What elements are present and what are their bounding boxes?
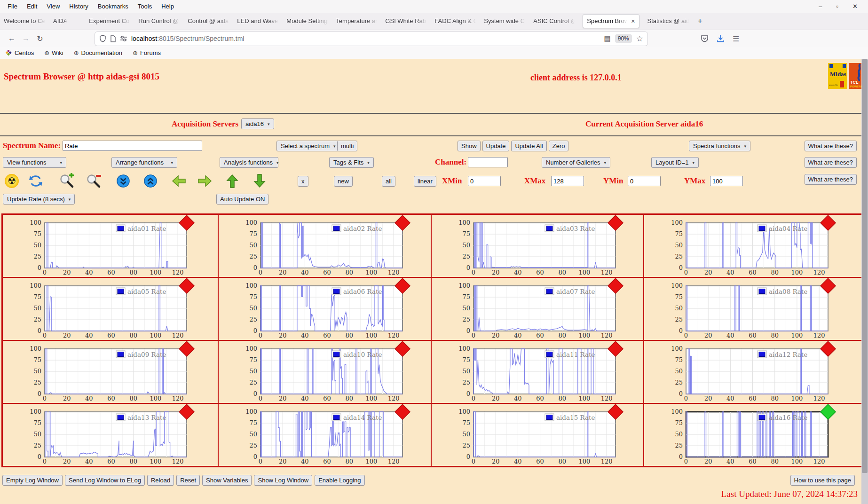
show-log-window-button[interactable]: Show Log Window: [254, 475, 312, 486]
close-icon[interactable]: ✕: [852, 3, 858, 10]
update-button[interactable]: Update: [482, 141, 510, 151]
linear-button[interactable]: linear: [414, 176, 436, 187]
pocket-icon[interactable]: [701, 35, 709, 43]
url-text[interactable]: localhost:8015/Spectrum/Spectrum.tml: [131, 35, 244, 42]
view-functions-dropdown[interactable]: View functions▾: [3, 157, 66, 168]
tab-fadc-align-co[interactable]: FADC Align & Co: [434, 14, 476, 28]
url-bar[interactable]: localhost:8015/Spectrum/Spectrum.tml ▤ 9…: [95, 32, 647, 46]
reset-button[interactable]: Reset: [176, 475, 200, 486]
refresh-icon[interactable]: [28, 174, 43, 188]
tab-system-wide-che[interactable]: System wide Che: [484, 14, 525, 28]
menu-history[interactable]: History: [64, 3, 93, 10]
menu-help[interactable]: Help: [157, 3, 179, 10]
new-tab-icon[interactable]: +: [698, 16, 703, 26]
tab-control-aidas[interactable]: Control @ aidas: [188, 14, 229, 28]
menu-view[interactable]: View: [42, 3, 64, 10]
update-all-button[interactable]: Update All: [511, 141, 546, 151]
zoom-in-icon[interactable]: [59, 173, 75, 189]
select-spectrum-dropdown[interactable]: Select a spectrum▾: [276, 141, 340, 151]
site-permissions-icon[interactable]: [120, 35, 127, 42]
shield-icon[interactable]: [99, 35, 106, 42]
gallery-cell-aida16[interactable]: 0204060801001200255075100aida16 Rate: [644, 403, 863, 466]
menu-bookmarks[interactable]: Bookmarks: [93, 3, 133, 10]
gallery-cell-aida09[interactable]: 0204060801001200255075100aida09 Rate: [2, 340, 218, 403]
gallery-cell-aida15[interactable]: 0204060801001200255075100aida15 Rate: [431, 403, 644, 466]
hamburger-menu-icon[interactable]: ☰: [733, 34, 739, 43]
zoom-level-button[interactable]: 90%: [615, 34, 632, 43]
what-are-these-button-3[interactable]: What are these?: [805, 174, 857, 185]
empty-log-window-button[interactable]: Empty Log Window: [2, 475, 63, 486]
gallery-cell-aida11[interactable]: 0204060801001200255075100aida11 Rate: [431, 340, 644, 403]
bookmark-star-icon[interactable]: ☆: [636, 34, 643, 44]
tab-aida[interactable]: AIDA: [53, 14, 67, 28]
scrollbar[interactable]: [861, 59, 868, 504]
tab-welcome-to-cen[interactable]: Welcome to Cen: [4, 14, 45, 28]
show-button[interactable]: Show: [458, 141, 481, 151]
enable-logging-button[interactable]: Enable Logging: [315, 475, 364, 486]
what-are-these-button-1[interactable]: What are these?: [805, 141, 857, 151]
tags-fits-dropdown[interactable]: Tags & Fits▾: [329, 157, 374, 168]
bookmark-centos[interactable]: Centos: [6, 49, 34, 56]
tab-close-icon[interactable]: ×: [631, 14, 635, 28]
reader-view-icon[interactable]: ▤: [604, 34, 611, 43]
xmin-input[interactable]: [468, 176, 501, 186]
ymin-input[interactable]: [628, 176, 661, 186]
zoom-out-icon[interactable]: [86, 173, 102, 189]
page-icon[interactable]: [110, 35, 116, 42]
back-icon[interactable]: ←: [5, 34, 19, 43]
menu-tools[interactable]: Tools: [133, 3, 157, 10]
tab-led-and-wavefo[interactable]: LED and Wavefo: [237, 14, 278, 28]
analysis-functions-dropdown[interactable]: Analysis functions▾: [220, 157, 278, 168]
tab-spectrum-brow[interactable]: Spectrum Brow×: [583, 14, 639, 28]
arrow-right-icon[interactable]: [197, 174, 213, 188]
reload-icon[interactable]: ↻: [33, 34, 47, 43]
tab-experiment-cont[interactable]: Experiment Cont: [89, 14, 130, 28]
layout-id-dropdown[interactable]: Layout ID=1▾: [651, 157, 699, 168]
gallery-cell-aida14[interactable]: 0204060801001200255075100aida14 Rate: [218, 403, 431, 466]
bookmark-documentation[interactable]: ⊕Documentation: [74, 49, 122, 56]
scroll-up-icon[interactable]: [143, 174, 158, 188]
new-button[interactable]: new: [334, 176, 353, 187]
arrange-functions-dropdown[interactable]: Arrange functions▾: [111, 157, 177, 168]
zero-button[interactable]: Zero: [549, 141, 569, 151]
spectra-functions-dropdown[interactable]: Spectra functions▾: [689, 141, 750, 151]
arrow-up-icon[interactable]: [225, 173, 239, 189]
update-rate-dropdown[interactable]: Update Rate (8 secs)▾: [3, 194, 75, 205]
what-are-these-button-2[interactable]: What are these?: [805, 157, 857, 168]
gallery-cell-aida07[interactable]: 0204060801001200255075100aida07 Rate: [431, 277, 644, 340]
xmax-input[interactable]: [551, 176, 584, 186]
tab-gsi-white-rabbi[interactable]: GSI White Rabbi: [385, 14, 426, 28]
bookmark-forums[interactable]: ⊕Forums: [133, 49, 161, 56]
channel-input[interactable]: [468, 157, 508, 167]
arrow-down-icon[interactable]: [253, 173, 267, 189]
number-of-galleries-dropdown[interactable]: Number of Galleries▾: [542, 157, 610, 168]
show-variables-button[interactable]: Show Variables: [202, 475, 252, 486]
tab-statistics-aida[interactable]: Statistics @ aida: [647, 14, 689, 28]
how-to-use-button[interactable]: How to use this page: [790, 475, 855, 486]
spectrum-name-input[interactable]: [63, 141, 202, 151]
gallery-cell-aida13[interactable]: 0204060801001200255075100aida13 Rate: [2, 403, 218, 466]
x-axis-button[interactable]: x: [298, 176, 308, 187]
radiation-zero-icon[interactable]: ☢: [5, 174, 19, 188]
tab-run-control-a[interactable]: Run Control @ a: [138, 14, 180, 28]
menu-edit[interactable]: Edit: [22, 3, 42, 10]
gallery-cell-aida12[interactable]: 0204060801001200255075100aida12 Rate: [644, 340, 863, 403]
auto-update-button[interactable]: Auto Update ON: [216, 194, 268, 205]
gallery-cell-aida08[interactable]: 0204060801001200255075100aida08 Rate: [644, 277, 863, 340]
all-button[interactable]: all: [382, 176, 395, 187]
scroll-down-icon[interactable]: [116, 174, 130, 188]
scrollbar-thumb[interactable]: [862, 59, 868, 473]
tab-temperature-anc[interactable]: Temperature anc: [336, 14, 377, 28]
ymax-input[interactable]: [710, 176, 743, 186]
tab-asic-control-[interactable]: ASIC Control @: [533, 14, 575, 28]
tab-module-settings[interactable]: Module Settings: [286, 14, 328, 28]
bookmark-wiki[interactable]: ⊕Wiki: [44, 49, 63, 56]
menu-file[interactable]: File: [3, 3, 22, 10]
gallery-cell-aida03[interactable]: 0204060801001200255075100aida03 Rate: [431, 214, 644, 277]
forward-icon[interactable]: →: [19, 34, 33, 43]
gallery-cell-aida04[interactable]: 0204060801001200255075100aida04 Rate: [644, 214, 863, 277]
gallery-cell-aida01[interactable]: 0204060801001200255075100aida01 Rate: [2, 214, 218, 277]
gallery-cell-aida06[interactable]: 0204060801001200255075100aida06 Rate: [218, 277, 431, 340]
reload-button[interactable]: Reload: [147, 475, 174, 486]
send-log-window-to-elog-button[interactable]: Send Log Window to ELog: [65, 475, 145, 486]
